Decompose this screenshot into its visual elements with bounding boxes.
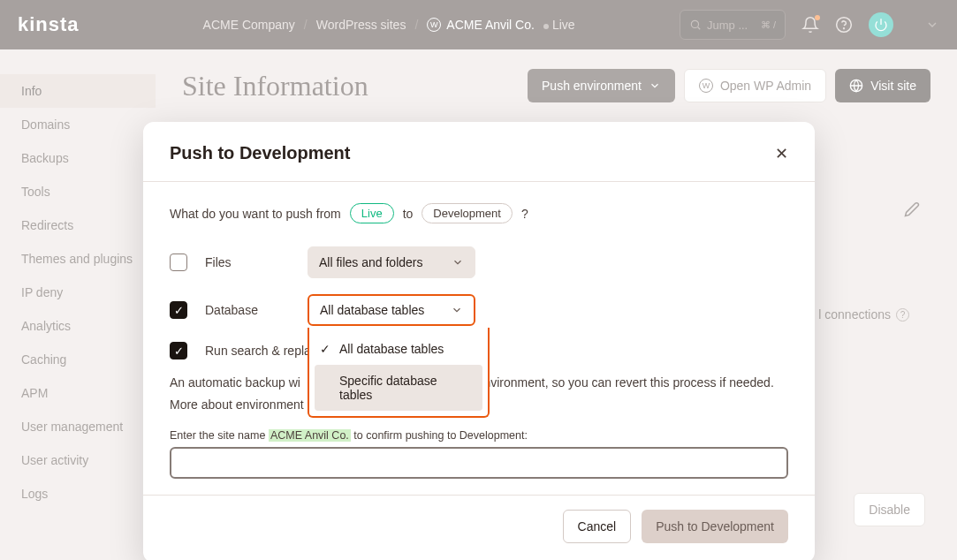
files-select-value: All files and folders — [319, 255, 452, 269]
confirm-label-1: Enter the site name — [170, 429, 265, 442]
question-mark: ? — [521, 207, 528, 221]
env-pill-from: Live — [350, 203, 394, 223]
backup-text-2: environment, so you can revert this proc… — [477, 375, 774, 390]
confirm-site-name: ACME Anvil Co. — [269, 429, 351, 442]
db-option-all[interactable]: All database tables — [309, 333, 488, 365]
confirm-input[interactable] — [170, 447, 788, 479]
modal-title: Push to Development — [170, 143, 350, 163]
database-select[interactable]: All database tables All database tables … — [308, 294, 475, 326]
files-select[interactable]: All files and folders — [308, 246, 475, 278]
database-select-value: All database tables — [320, 303, 451, 317]
chevron-down-icon — [451, 304, 463, 316]
database-label: Database — [205, 303, 290, 317]
files-checkbox[interactable] — [170, 254, 187, 271]
push-to-development-button[interactable]: Push to Development — [642, 510, 788, 543]
env-pill-to: Development — [422, 203, 513, 223]
push-question-prefix: What do you want to push from — [170, 207, 341, 221]
search-replace-checkbox[interactable] — [170, 342, 187, 359]
to-word: to — [403, 207, 414, 221]
chevron-down-icon — [452, 256, 464, 269]
push-modal: Push to Development ✕ What do you want t… — [143, 122, 815, 560]
database-dropdown: All database tables Specific database ta… — [308, 328, 490, 418]
database-checkbox[interactable] — [170, 301, 187, 319]
files-label: Files — [205, 255, 290, 269]
close-button[interactable]: ✕ — [775, 144, 788, 163]
search-replace-label: Run search & repla — [205, 344, 311, 358]
cancel-button[interactable]: Cancel — [563, 510, 632, 543]
backup-text-1: An automatic backup wi — [170, 375, 300, 390]
confirm-label-2: to confirm pushing to Development: — [353, 429, 528, 442]
